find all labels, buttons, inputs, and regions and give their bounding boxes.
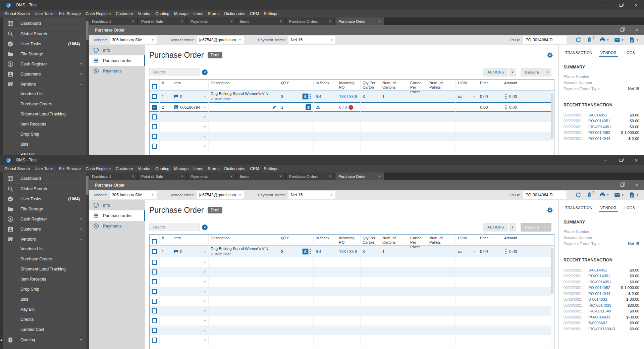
inner-close-button[interactable]: × (629, 25, 644, 35)
nav-item-purchase-order[interactable]: Purchase order (89, 210, 145, 221)
vendor-email-select[interactable]: ja67543@gmail.com▼ (197, 191, 244, 199)
transaction-link[interactable]: IRC-0011549 (588, 309, 611, 313)
chevron-down-icon[interactable]: ▼ (202, 145, 206, 148)
actions-dropdown-icon[interactable]: ▼ (509, 68, 516, 77)
row-checkbox[interactable] (152, 114, 157, 119)
kebab-menu-icon[interactable] (505, 94, 506, 99)
document-tab[interactable]: Purchase Order × (335, 17, 384, 25)
sidebar-item[interactable]: Quoting ▾ (3, 335, 86, 345)
empty-table-row[interactable]: ▼ (150, 141, 554, 151)
sidebar-item[interactable]: File Storage (3, 49, 86, 59)
chevron-icon[interactable]: ▾ (80, 72, 82, 76)
nav-item-payments[interactable]: Payments (89, 221, 145, 231)
chevron-down-icon[interactable]: ▼ (202, 339, 206, 342)
tab-close-icon[interactable]: × (230, 174, 233, 179)
table-scrollbar[interactable] (551, 91, 554, 154)
kebab-menu-icon[interactable] (505, 105, 506, 109)
nav-item-info[interactable]: Info (89, 45, 145, 55)
sidebar-item[interactable]: Customers ▾ (3, 224, 86, 234)
in-stock-link[interactable]: 6.4 (316, 249, 321, 254)
empty-table-row[interactable]: ▼ (150, 132, 554, 141)
tab-close-icon[interactable]: × (378, 174, 381, 179)
sidebar-item[interactable]: Global Search (3, 29, 86, 39)
empty-table-row[interactable]: ▼ (150, 316, 554, 326)
document-tab[interactable]: Purchase Orders × (286, 17, 334, 25)
attachment-icon[interactable]: 0 (586, 37, 595, 43)
sidebar-item[interactable]: Global Search (3, 184, 86, 194)
sidebar-scrollbar[interactable] (86, 17, 89, 155)
menu-item[interactable]: Manage (172, 11, 191, 16)
minimize-button[interactable] (598, 0, 613, 10)
chevron-down-icon[interactable]: ▼ (202, 106, 206, 109)
menu-item[interactable]: Dictionaries (222, 11, 248, 16)
tab-close-icon[interactable]: × (329, 19, 331, 24)
chevron-icon[interactable]: ▴ (80, 237, 82, 241)
sidebar-item[interactable]: Purchase Orders (3, 254, 86, 264)
row-checkbox-checked[interactable]: ✓ (152, 105, 157, 110)
menu-item[interactable]: Settings (261, 166, 280, 171)
table-row[interactable]: 1 0▼ Dog Bulldog Squad Women's V-N...✓It… (150, 246, 554, 257)
chevron-down-icon[interactable]: ▼ (472, 95, 476, 98)
table-row-selected[interactable]: ✓ 2 005190784▼ 1S 26 0 / 0! (150, 102, 554, 112)
tab-close-icon[interactable]: × (230, 19, 233, 24)
document-tab[interactable]: Dashboard × (89, 172, 137, 180)
tab-close-icon[interactable]: × (329, 174, 331, 179)
chevron-down-icon[interactable]: ▼ (202, 300, 206, 303)
sidebar-item[interactable]: File Storage (3, 204, 86, 214)
row-checkbox[interactable] (152, 299, 157, 304)
row-checkbox[interactable] (152, 318, 157, 323)
restore-button[interactable] (613, 0, 629, 10)
search-input[interactable] (149, 68, 200, 76)
menu-item[interactable]: Global Search (2, 166, 32, 171)
transaction-link[interactable]: IRC-0014051 (588, 280, 611, 284)
inner-restore-button[interactable] (614, 180, 629, 190)
document-tab[interactable]: Payments × (187, 172, 236, 180)
chevron-down-icon[interactable]: ▼ (202, 280, 206, 284)
sidebar-item[interactable]: Customers ▾ (3, 69, 86, 79)
sidebar-scrollbar[interactable] (86, 172, 89, 349)
kebab-menu-icon[interactable] (310, 249, 311, 254)
document-tab[interactable]: Point of Sale × (138, 172, 186, 180)
row-checkbox[interactable] (152, 279, 157, 284)
search-input[interactable] (149, 223, 200, 231)
document-tab[interactable]: Dashboard × (89, 17, 137, 25)
sidebar-collapse-icon[interactable]: ◀ (0, 339, 2, 342)
tab-close-icon[interactable]: × (131, 174, 134, 179)
panel-tab[interactable]: TRANSACTION (564, 49, 594, 57)
menu-item[interactable]: Cash Register (83, 166, 113, 171)
transaction-link[interactable]: PO-0014051 (588, 274, 610, 278)
print-icon[interactable]: ▼ (599, 37, 609, 43)
empty-table-row[interactable]: ▼ (150, 122, 554, 132)
inner-minimize-button[interactable] (600, 180, 614, 190)
stock-badge[interactable]: S (303, 94, 308, 99)
row-checkbox[interactable] (152, 94, 157, 99)
transaction-link[interactable]: PO-0014052 (588, 286, 610, 290)
empty-table-row[interactable]: ▼ (150, 112, 554, 122)
row-checkbox[interactable] (152, 289, 157, 294)
close-button[interactable]: × (629, 0, 644, 10)
document-tab[interactable]: Items × (237, 172, 285, 180)
inner-close-button[interactable]: × (629, 180, 644, 190)
export-document-icon[interactable]: ▼ (629, 192, 639, 198)
actions-button[interactable]: ACTIONS (483, 223, 508, 232)
chevron-down-icon[interactable]: ▼ (202, 115, 206, 119)
menu-item[interactable]: Cash Register (83, 11, 113, 16)
vendor-email-select[interactable]: ja67543@gmail.com▼ (197, 36, 244, 44)
stock-badge[interactable]: S (306, 104, 311, 110)
sidebar-item[interactable]: Credits (3, 314, 86, 325)
row-checkbox[interactable] (152, 134, 157, 139)
menu-item[interactable]: Dictionaries (222, 166, 248, 171)
sidebar-item[interactable]: Vendors List (3, 89, 86, 99)
sidebar-item[interactable]: Pay Bill (3, 304, 86, 314)
inner-window-titlebar[interactable]: Purchase Order × (89, 180, 644, 190)
in-stock-link[interactable]: 26 (316, 105, 320, 110)
chevron-down-icon[interactable]: ▼ (202, 125, 206, 129)
clear-search-icon[interactable]: ✕ (202, 69, 208, 75)
sidebar-item[interactable]: Purchase Orders (3, 99, 86, 109)
document-tab[interactable]: Payments × (187, 17, 236, 25)
tab-close-icon[interactable]: × (279, 19, 282, 24)
vendor-select[interactable]: 306 Industry Site▼ (110, 191, 157, 199)
chevron-down-icon[interactable]: ▼ (202, 135, 206, 138)
document-tab[interactable]: Items × (237, 17, 285, 25)
menu-item[interactable]: Settings (261, 11, 280, 16)
